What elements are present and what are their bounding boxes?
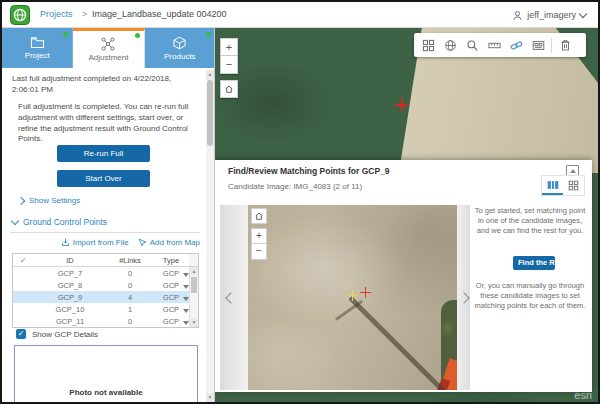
- breadcrumb-separator: >: [82, 9, 87, 19]
- next-image-button[interactable]: [457, 205, 470, 390]
- view-toggle-group: [541, 175, 585, 196]
- chevron-right-icon: [458, 292, 469, 303]
- breadcrumb-projects-link[interactable]: Projects: [40, 9, 73, 19]
- instructions-column: To get started, set matching point in on…: [473, 205, 587, 390]
- matching-point-yellow-cross[interactable]: [347, 290, 358, 301]
- cell-id: GCP_10: [33, 305, 107, 314]
- pole-shadow: [348, 296, 445, 390]
- thumbnail-grid-icon[interactable]: [417, 35, 439, 55]
- chevron-down-icon: [11, 217, 19, 225]
- col-header-type: Type: [153, 256, 189, 265]
- table-row-gcp9-selected[interactable]: GCP_9 4 GCP: [13, 291, 198, 303]
- table-row-gcp10[interactable]: GCP_10 1 GCP: [13, 303, 198, 315]
- table-row-gcp11[interactable]: GCP_11 0 GCP: [13, 315, 198, 327]
- gcp-links-icon-active[interactable]: [505, 35, 527, 55]
- candidate-image-viewer[interactable]: + −: [248, 205, 457, 390]
- image-home-button[interactable]: [251, 208, 267, 224]
- status-dot: [63, 32, 68, 37]
- find-the-rest-button[interactable]: Find the Rest: [513, 256, 555, 270]
- tab-adjustment[interactable]: Adjustment: [73, 28, 144, 68]
- filmstrip-view-toggle[interactable]: [542, 176, 563, 195]
- import-label: Import from File: [73, 238, 129, 247]
- chevron-down-icon: [579, 10, 587, 18]
- tab-label: Adjustment: [88, 53, 128, 62]
- scroll-up-icon[interactable]: ▲: [206, 70, 214, 79]
- map-zoom-controls: + −: [220, 38, 238, 74]
- cell-type: GCP: [153, 269, 189, 278]
- find-review-panel: Find/Review Matching Points for GCP_9 Ca…: [215, 160, 592, 392]
- cell-id: GCP_8: [33, 281, 107, 290]
- cell-id: GCP_9: [33, 293, 107, 302]
- table-scrollbar[interactable]: ▲ ▼: [189, 267, 198, 327]
- measure-icon[interactable]: [483, 35, 505, 55]
- show-settings-toggle[interactable]: Show Settings: [18, 196, 80, 205]
- cell-type: GCP: [153, 305, 189, 314]
- zoom-in-button[interactable]: +: [220, 38, 238, 56]
- cell-type: GCP: [153, 281, 189, 290]
- user-icon: [512, 10, 523, 21]
- home-icon: [224, 84, 234, 94]
- adjustment-panel: Project Adjustment: [2, 28, 215, 402]
- status-dot: [135, 33, 140, 38]
- gcp-table: ✓ ID #Links Type GCP_7 0 GCP GCP_8 0 GCP: [12, 253, 199, 328]
- cell-id: GCP_11: [33, 317, 107, 326]
- scroll-down-icon[interactable]: ▼: [190, 318, 198, 327]
- add-from-map-link[interactable]: Add from Map: [138, 238, 200, 247]
- previous-image-button[interactable]: [220, 205, 248, 390]
- cell-links: 0: [107, 269, 153, 278]
- scroll-col: [189, 254, 198, 266]
- estimated-point-red-cross[interactable]: [360, 287, 371, 298]
- map-view[interactable]: + −: [215, 28, 598, 402]
- image-collection-icon[interactable]: [527, 35, 549, 55]
- show-gcp-details-checkbox[interactable]: ✓: [16, 329, 26, 339]
- gcp-table-header: ✓ ID #Links Type: [13, 254, 198, 267]
- cell-id: GCP_7: [33, 269, 107, 278]
- candidate-image-label: Candidate Image: IMG_4083 (2 of 11): [228, 182, 362, 191]
- status-dot: [206, 32, 211, 37]
- last-adjustment-status: Last full adjustment completed on 4/22/2…: [12, 74, 198, 96]
- check-column-icon: ✓: [13, 256, 33, 265]
- photo-placeholder-text: Photo not available: [15, 388, 197, 397]
- scroll-down-icon[interactable]: ▼: [206, 393, 214, 402]
- cell-type: GCP: [153, 293, 189, 302]
- delete-icon[interactable]: [554, 35, 576, 55]
- scrollbar-thumb[interactable]: [191, 277, 197, 293]
- chevron-right-icon: [17, 196, 25, 204]
- import-icon: [61, 238, 70, 247]
- col-header-links: #Links: [107, 256, 153, 265]
- cell-links: 0: [107, 281, 153, 290]
- toolbar-divider: [551, 38, 552, 53]
- chevron-left-icon: [225, 292, 236, 303]
- tab-products[interactable]: Products: [145, 28, 215, 68]
- tab-project[interactable]: Project: [2, 28, 73, 68]
- show-gcp-details-label: Show GCP Details: [32, 330, 98, 339]
- scrollbar-thumb[interactable]: [207, 80, 213, 146]
- cell-links: 4: [107, 293, 153, 302]
- home-icon: [254, 211, 264, 221]
- user-name: jeff_imagery: [527, 10, 576, 20]
- image-zoom-in-button[interactable]: +: [251, 228, 267, 244]
- import-from-file-link[interactable]: Import from File: [61, 238, 129, 247]
- grid-view-toggle[interactable]: [563, 176, 584, 195]
- panel-scrollbar[interactable]: ▲ ▼: [206, 70, 214, 402]
- rerun-full-button[interactable]: Re-run Full: [57, 145, 150, 162]
- tab-label: Project: [25, 51, 50, 60]
- gcp-section-label: Ground Control Points: [23, 217, 107, 227]
- col-header-id: ID: [33, 256, 107, 265]
- table-row-gcp8[interactable]: GCP_8 0 GCP: [13, 279, 198, 291]
- gcp-marker-red-cross[interactable]: [395, 98, 408, 111]
- image-zoom-out-button[interactable]: −: [251, 244, 267, 260]
- drone-icon: [100, 37, 116, 51]
- zoom-out-button[interactable]: −: [220, 56, 238, 74]
- home-extent-button[interactable]: [220, 80, 238, 98]
- scroll-up-icon[interactable]: ▲: [190, 267, 198, 276]
- search-icon[interactable]: [461, 35, 483, 55]
- user-menu[interactable]: jeff_imagery: [512, 7, 586, 23]
- cell-type: GCP: [153, 317, 189, 326]
- table-row-gcp7[interactable]: GCP_7 0 GCP: [13, 267, 198, 279]
- top-bar: Projects > Image_Landbase_update 004200 …: [2, 2, 598, 28]
- map-toolbar: [414, 33, 586, 57]
- gcp-section-toggle[interactable]: Ground Control Points: [12, 217, 107, 227]
- start-over-button[interactable]: Start Over: [57, 170, 150, 187]
- basemap-globe-icon[interactable]: [439, 35, 461, 55]
